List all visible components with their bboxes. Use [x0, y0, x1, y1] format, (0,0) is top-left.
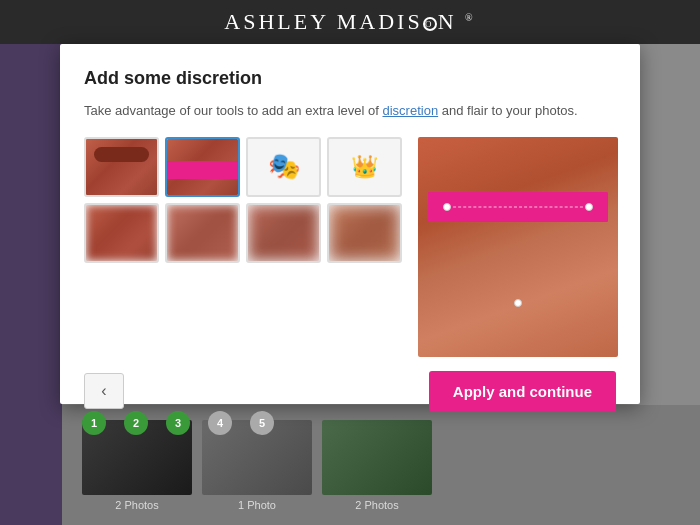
preview-dot-left [443, 203, 451, 211]
preview-dot-line [448, 206, 588, 207]
filter-mask2[interactable]: 👑 [327, 137, 402, 197]
modal-content: 🎭 👑 [84, 137, 616, 357]
filter-blur4[interactable] [327, 203, 402, 263]
mask2-icon: 👑 [351, 154, 378, 180]
thumb-img-3 [322, 420, 432, 495]
filter-blur2-img [167, 205, 238, 261]
filter-row-2 [84, 203, 402, 263]
modal-description: Take advantage of our tools to add an ex… [84, 101, 616, 121]
preview-dot-right [585, 203, 593, 211]
preview-photo [418, 137, 618, 357]
thumb-label-2: 1 Photo [238, 499, 276, 511]
sidebar [0, 44, 62, 525]
filter-grid: 🎭 👑 [84, 137, 402, 357]
thumb-item-3: 2 Photos [322, 420, 432, 511]
filter-blur3-img [248, 205, 319, 261]
modal-title: Add some discretion [84, 68, 616, 89]
modal-footer: ‹ Apply and continue [84, 371, 616, 412]
filter-row-1: 🎭 👑 [84, 137, 402, 197]
filter-blur2[interactable] [165, 203, 240, 263]
logo-mark: ® [465, 12, 476, 23]
preview-bottom-dot [514, 299, 522, 307]
thumb-label-1: 2 Photos [115, 499, 158, 511]
filter-original[interactable] [84, 137, 159, 197]
step-3: 3 [166, 411, 190, 435]
filter-original-img [86, 139, 157, 195]
filter-blur1-img [86, 205, 157, 261]
filter-pink-bar-img [167, 139, 238, 195]
filter-pink-bar[interactable] [165, 137, 240, 197]
background: Ashley Madison ® 1 2 3 4 5 2 Photos 1 Ph… [0, 0, 700, 525]
pink-bar-overlay [167, 161, 238, 179]
mask1-icon: 🎭 [268, 151, 300, 182]
preview-pink-bar [428, 192, 608, 222]
step-1: 1 [82, 411, 106, 435]
apply-continue-button[interactable]: Apply and continue [429, 371, 616, 412]
step-4: 4 [208, 411, 232, 435]
logo: Ashley Madison ® [224, 9, 475, 35]
filter-blur3[interactable] [246, 203, 321, 263]
highlight-text: discretion [382, 103, 438, 118]
filter-blur1[interactable] [84, 203, 159, 263]
filter-mask1[interactable]: 🎭 [246, 137, 321, 197]
preview-container [418, 137, 618, 357]
modal: Add some discretion Take advantage of ou… [60, 44, 640, 404]
bottom-thumbnails: 2 Photos 1 Photo 2 Photos [62, 405, 700, 525]
step-2: 2 [124, 411, 148, 435]
header: Ashley Madison ® [0, 0, 700, 44]
step-5: 5 [250, 411, 274, 435]
back-button[interactable]: ‹ [84, 373, 124, 409]
filter-blur4-img [329, 205, 400, 261]
thumb-label-3: 2 Photos [355, 499, 398, 511]
